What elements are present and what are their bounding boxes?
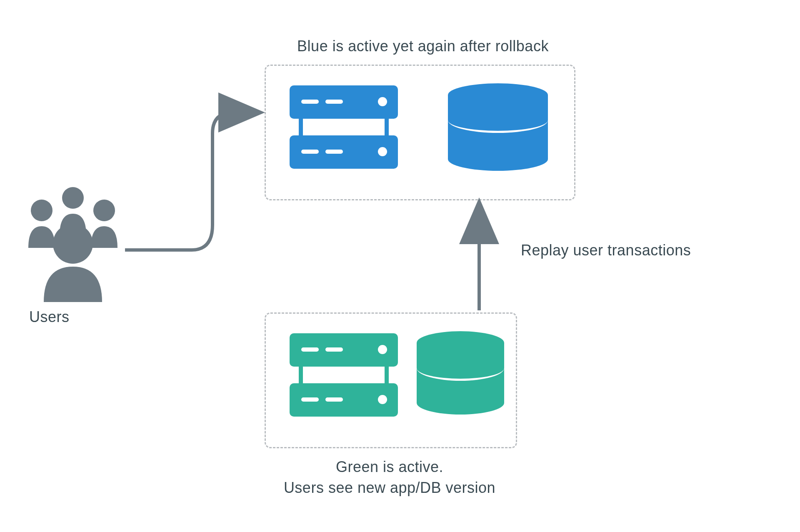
diagram-canvas: Users Blue is active yet again after rol… xyxy=(0,0,800,532)
replay-label: Replay user transactions xyxy=(521,242,691,259)
arrow-replay-transactions xyxy=(0,0,800,532)
